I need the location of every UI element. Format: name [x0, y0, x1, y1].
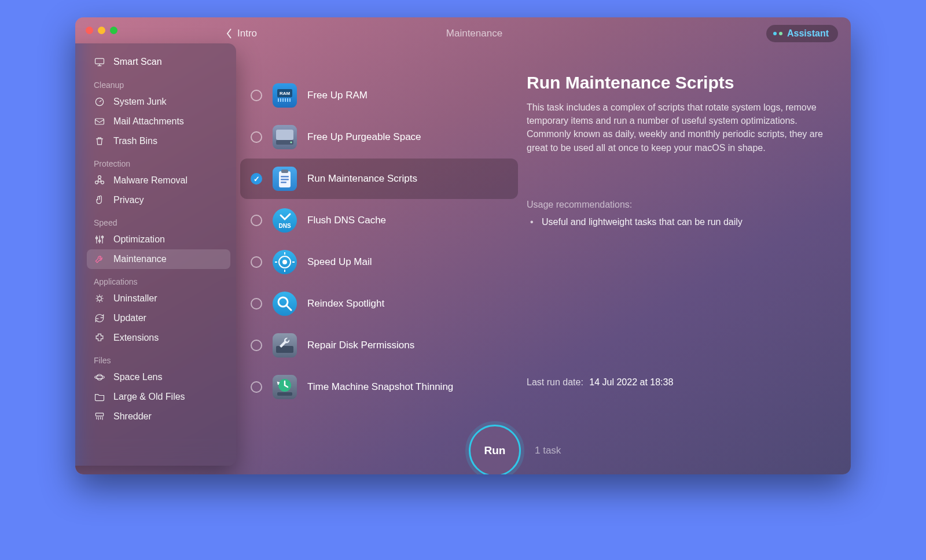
uninstall-icon: [94, 293, 105, 304]
wrench-icon: [94, 253, 105, 265]
task-label: Repair Disk Permissions: [307, 340, 414, 351]
svg-rect-13: [95, 413, 103, 416]
sidebar-section-applications: Applications: [87, 269, 230, 289]
task-label: Speed Up Mail: [307, 256, 372, 268]
back-button[interactable]: Intro: [226, 28, 257, 39]
task-label: Flush DNS Cache: [307, 215, 386, 226]
task-checkbox[interactable]: [251, 256, 262, 268]
usage-list: Useful and lightweight tasks that can be…: [527, 217, 829, 227]
biohazard-icon: [94, 175, 105, 186]
task-reindex-spotlight[interactable]: Reindex Spotlight: [240, 283, 518, 324]
maximize-window-button[interactable]: [110, 27, 117, 34]
task-list: RAM Free Up RAM Free Up Purgeable Space …: [240, 75, 518, 407]
last-run-label: Last run date:: [527, 377, 583, 387]
gauge-icon: [94, 96, 105, 108]
task-flush-dns[interactable]: DNS Flush DNS Cache: [240, 200, 518, 241]
sidebar-item-label: Extensions: [113, 333, 159, 343]
sidebar-item-label: Uninstaller: [113, 293, 157, 304]
svg-point-18: [291, 142, 292, 143]
task-repair-disk-permissions[interactable]: Repair Disk Permissions: [240, 325, 518, 366]
svg-rect-30: [277, 392, 292, 396]
detail-title: Run Maintenance Scripts: [527, 73, 829, 93]
sidebar-item-optimization[interactable]: Optimization: [87, 230, 230, 249]
task-checkbox[interactable]: [251, 131, 262, 143]
sidebar-item-uninstaller[interactable]: Uninstaller: [87, 289, 230, 308]
svg-rect-21: [281, 176, 289, 178]
svg-point-12: [95, 376, 105, 379]
ram-icon: RAM: [273, 83, 297, 108]
hand-icon: [94, 194, 105, 206]
task-checkbox[interactable]: [251, 298, 262, 310]
sidebar-section-speed: Speed: [87, 210, 230, 230]
window-controls: [86, 27, 117, 34]
chevron-left-icon: [226, 28, 233, 39]
run-task-count: 1 task: [535, 445, 561, 456]
sidebar-item-system-junk[interactable]: System Junk: [87, 92, 230, 112]
task-checkbox[interactable]: [251, 215, 262, 226]
sidebar-section-protection: Protection: [87, 151, 230, 171]
usage-item: Useful and lightweight tasks that can be…: [527, 217, 829, 227]
folder-icon: [94, 391, 105, 403]
svg-point-5: [95, 181, 98, 184]
svg-rect-23: [281, 182, 286, 183]
minimize-window-button[interactable]: [98, 27, 105, 34]
task-label: Free Up RAM: [307, 90, 368, 101]
planet-icon: [94, 371, 105, 383]
detail-description: This task includes a complex of scripts …: [527, 101, 829, 154]
task-label: Run Maintenance Scripts: [307, 173, 417, 185]
run-button-label: Run: [484, 444, 506, 457]
sidebar-item-label: Privacy: [113, 195, 144, 205]
task-run-maintenance-scripts[interactable]: Run Maintenance Scripts: [240, 159, 518, 199]
sidebar-item-label: Maintenance: [113, 254, 167, 264]
sidebar-item-mail-attachments[interactable]: Mail Attachments: [87, 112, 230, 131]
svg-rect-28: [276, 346, 293, 353]
wrench-disk-icon: [273, 333, 297, 358]
sidebar: Smart Scan Cleanup System Junk Mail Atta…: [75, 43, 236, 466]
assistant-label: Assistant: [787, 28, 829, 39]
trash-icon: [94, 135, 105, 147]
sidebar-item-shredder[interactable]: Shredder: [87, 407, 230, 426]
close-window-button[interactable]: [86, 27, 93, 34]
task-label: Reindex Spotlight: [307, 298, 384, 310]
detail-panel: Run Maintenance Scripts This task includ…: [527, 73, 829, 227]
svg-text:RAM: RAM: [280, 91, 291, 96]
sidebar-item-label: Optimization: [113, 234, 165, 245]
back-label: Intro: [237, 28, 257, 39]
task-checkbox[interactable]: [251, 340, 262, 351]
task-free-ram[interactable]: RAM Free Up RAM: [240, 75, 518, 116]
svg-point-26: [282, 260, 287, 264]
sidebar-item-updater[interactable]: Updater: [87, 308, 230, 328]
sidebar-item-trash-bins[interactable]: Trash Bins: [87, 131, 230, 151]
sidebar-item-maintenance[interactable]: Maintenance: [87, 249, 230, 269]
sidebar-item-extensions[interactable]: Extensions: [87, 328, 230, 348]
sidebar-item-space-lens[interactable]: Space Lens: [87, 367, 230, 387]
sidebar-item-smart-scan[interactable]: Smart Scan: [87, 51, 230, 72]
breadcrumb: Maintenance: [446, 28, 502, 39]
time-machine-icon: [273, 375, 297, 399]
sidebar-item-label: Malware Removal: [113, 175, 188, 186]
run-button[interactable]: Run: [469, 425, 521, 474]
last-run-value: 14 Jul 2022 at 18:38: [589, 377, 673, 387]
sidebar-item-privacy[interactable]: Privacy: [87, 190, 230, 210]
clipboard-icon: [273, 167, 297, 191]
assistant-button[interactable]: Assistant: [766, 25, 838, 42]
task-speed-up-mail[interactable]: Speed Up Mail: [240, 242, 518, 282]
monitor-icon: [94, 56, 105, 68]
svg-point-11: [97, 374, 102, 380]
svg-text:DNS: DNS: [278, 223, 291, 229]
task-checkbox[interactable]: [251, 173, 262, 185]
task-free-purgeable[interactable]: Free Up Purgeable Space: [240, 117, 518, 157]
task-checkbox[interactable]: [251, 90, 262, 101]
last-run: Last run date: 14 Jul 2022 at 18:38: [527, 377, 673, 388]
dns-icon: DNS: [273, 208, 297, 233]
sidebar-item-malware-removal[interactable]: Malware Removal: [87, 171, 230, 190]
task-time-machine-thinning[interactable]: Time Machine Snapshot Thinning: [240, 367, 518, 407]
sidebar-item-label: Smart Scan: [113, 57, 162, 67]
sidebar-section-cleanup: Cleanup: [87, 72, 230, 92]
usage-heading: Usage recommendations:: [527, 200, 829, 210]
app-window: Intro Maintenance Assistant Smart Scan C…: [75, 17, 851, 474]
sliders-icon: [94, 234, 105, 245]
sidebar-item-large-old-files[interactable]: Large & Old Files: [87, 387, 230, 407]
task-checkbox[interactable]: [251, 381, 262, 393]
sidebar-item-label: Space Lens: [113, 372, 163, 382]
